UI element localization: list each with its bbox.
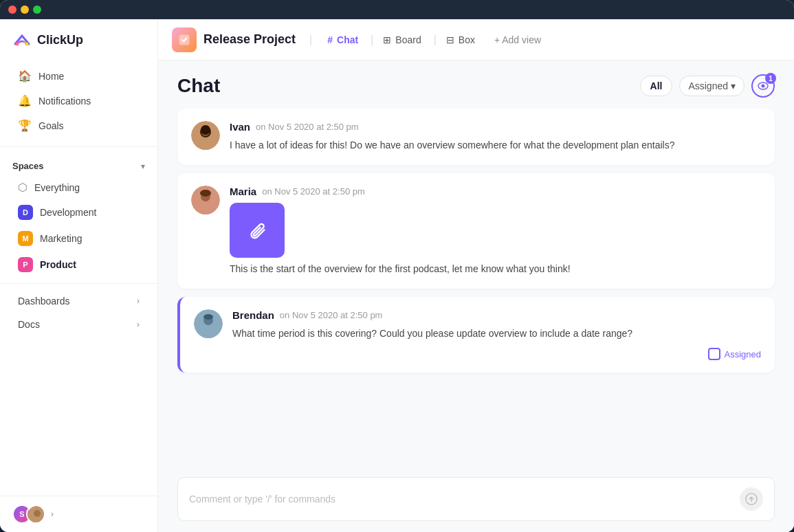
- avatar-brendan: [194, 309, 223, 338]
- sidebar-footer: S ›: [0, 496, 157, 532]
- message-content-brendan: Brendan on Nov 5 2020 at 2:50 pm What ti…: [232, 309, 761, 360]
- message-content-ivan: Ivan on Nov 5 2020 at 2:50 pm I have a l…: [230, 121, 761, 153]
- hash-icon: #: [327, 34, 333, 45]
- chat-input-box[interactable]: Comment or type '/' for commands: [177, 477, 775, 521]
- message-author-maria: Maria: [230, 186, 256, 197]
- message-card-ivan: Ivan on Nov 5 2020 at 2:50 pm I have a l…: [177, 109, 775, 165]
- paperclip-icon: [247, 221, 267, 240]
- sidebar-item-product[interactable]: P Product: [5, 252, 152, 277]
- sidebar-item-everything[interactable]: ⬡ Everything: [5, 176, 152, 199]
- brendan-avatar-svg: [194, 309, 223, 338]
- sidebar-item-notifications[interactable]: 🔔 Notifications: [5, 89, 152, 113]
- message-card-brendan: Brendan on Nov 5 2020 at 2:50 pm What ti…: [177, 297, 775, 373]
- title-bar: [0, 0, 794, 19]
- nav-divider: [0, 146, 157, 147]
- sidebar-item-marketing[interactable]: M Marketing: [5, 226, 152, 251]
- add-view-button[interactable]: + Add view: [487, 30, 548, 49]
- app-window: ClickUp 🏠 Home 🔔 Notifications 🏆 Goals: [0, 0, 794, 532]
- everything-icon: ⬡: [18, 181, 27, 194]
- chat-area: Chat All Assigned ▾ 1: [158, 60, 794, 532]
- development-badge: D: [18, 205, 33, 220]
- sidebar-nav: 🏠 Home 🔔 Notifications 🏆 Goals: [0, 60, 157, 141]
- send-button[interactable]: [740, 487, 763, 511]
- avatar-maria: [191, 186, 220, 214]
- chat-title: Chat: [177, 75, 220, 97]
- topbar: Release Project | # Chat | ⊞ Board | ⊟ B…: [158, 19, 794, 60]
- filter-assigned-label: Assigned: [688, 80, 728, 91]
- sidebar-item-docs[interactable]: Docs ›: [5, 313, 152, 335]
- message-time-brendan: on Nov 5 2020 at 2:50 pm: [280, 310, 383, 320]
- notification-badge: 1: [765, 73, 776, 84]
- chat-input-placeholder: Comment or type '/' for commands: [189, 494, 740, 505]
- footer-chevron-icon[interactable]: ›: [51, 509, 54, 519]
- ivan-avatar-svg: [191, 121, 220, 150]
- sidebar-item-home[interactable]: 🏠 Home: [5, 64, 152, 88]
- tab-box[interactable]: ⊟ Box: [437, 29, 485, 51]
- project-title: Release Project: [203, 32, 296, 47]
- sidebar-item-home-label: Home: [38, 71, 64, 82]
- message-meta-brendan: Brendan on Nov 5 2020 at 2:50 pm: [232, 309, 761, 321]
- message-author-brendan: Brendan: [232, 309, 274, 321]
- close-dot[interactable]: [8, 5, 16, 14]
- spaces-chevron-icon: ▾: [141, 162, 145, 171]
- home-icon: 🏠: [18, 69, 32, 82]
- tab-board-label: Board: [395, 34, 421, 45]
- dashboards-chevron-icon: ›: [137, 296, 140, 306]
- message-text-ivan: I have a lot of ideas for this! Do we ha…: [230, 138, 761, 153]
- tab-chat-label: Chat: [337, 34, 358, 45]
- clickup-logo-icon: [12, 30, 32, 49]
- bell-icon: 🔔: [18, 94, 32, 107]
- sidebar-item-product-label: Product: [40, 259, 76, 270]
- filter-assigned-button[interactable]: Assigned ▾: [679, 76, 745, 96]
- message-time-maria: on Nov 5 2020 at 2:50 pm: [262, 186, 365, 197]
- chat-controls: All Assigned ▾ 1: [640, 74, 775, 98]
- sidebar: ClickUp 🏠 Home 🔔 Notifications 🏆 Goals: [0, 19, 158, 532]
- assigned-row: Assigned: [232, 348, 761, 360]
- message-text-brendan: What time period is this covering? Could…: [232, 326, 761, 341]
- sidebar-item-development-label: Development: [40, 207, 97, 218]
- tab-box-label: Box: [459, 34, 475, 45]
- logo-text: ClickUp: [37, 33, 83, 47]
- sidebar-item-goals[interactable]: 🏆 Goals: [5, 113, 152, 137]
- spaces-divider: [0, 283, 157, 284]
- sidebar-item-docs-label: Docs: [18, 319, 40, 330]
- maximize-dot[interactable]: [33, 5, 41, 14]
- tab-chat[interactable]: # Chat: [318, 29, 368, 51]
- trophy-icon: 🏆: [18, 119, 32, 132]
- message-time-ivan: on Nov 5 2020 at 2:50 pm: [256, 122, 359, 132]
- logo: ClickUp: [0, 19, 157, 60]
- minimize-dot[interactable]: [21, 5, 29, 14]
- project-icon-svg: [177, 33, 191, 47]
- user-photo-icon: [27, 506, 45, 524]
- filter-all-button[interactable]: All: [640, 76, 673, 96]
- filter-chevron-icon: ▾: [731, 80, 736, 91]
- spaces-label: Spaces: [12, 161, 44, 171]
- svg-point-13: [200, 190, 211, 197]
- maria-avatar-svg: [191, 186, 220, 214]
- sidebar-item-dashboards-label: Dashboards: [18, 296, 70, 307]
- spaces-section: Spaces ▾: [0, 153, 157, 175]
- product-badge: P: [18, 257, 33, 272]
- user-avatar-photo: [26, 505, 45, 524]
- main-content: Release Project | # Chat | ⊞ Board | ⊟ B…: [158, 19, 794, 532]
- svg-point-6: [762, 85, 765, 88]
- sidebar-item-development[interactable]: D Development: [5, 200, 152, 225]
- svg-point-10: [201, 125, 210, 135]
- send-icon: [745, 493, 758, 505]
- tab-separator-1: |: [309, 34, 312, 46]
- sidebar-item-dashboards[interactable]: Dashboards ›: [5, 290, 152, 312]
- notifications-eye-button[interactable]: 1: [751, 74, 775, 98]
- add-view-label: + Add view: [494, 34, 541, 45]
- project-icon: [172, 27, 197, 52]
- assigned-checkbox[interactable]: [708, 348, 720, 360]
- svg-point-3: [34, 510, 41, 517]
- assigned-label[interactable]: Assigned: [725, 349, 761, 359]
- box-icon: ⊟: [446, 34, 454, 45]
- sidebar-item-notifications-label: Notifications: [38, 96, 91, 107]
- attachment-box[interactable]: [230, 203, 285, 258]
- spaces-header[interactable]: Spaces ▾: [12, 161, 145, 171]
- board-icon: ⊞: [383, 34, 391, 45]
- message-meta-ivan: Ivan on Nov 5 2020 at 2:50 pm: [230, 121, 761, 133]
- tab-board[interactable]: ⊞ Board: [373, 29, 430, 51]
- chat-header: Chat All Assigned ▾ 1: [158, 60, 794, 109]
